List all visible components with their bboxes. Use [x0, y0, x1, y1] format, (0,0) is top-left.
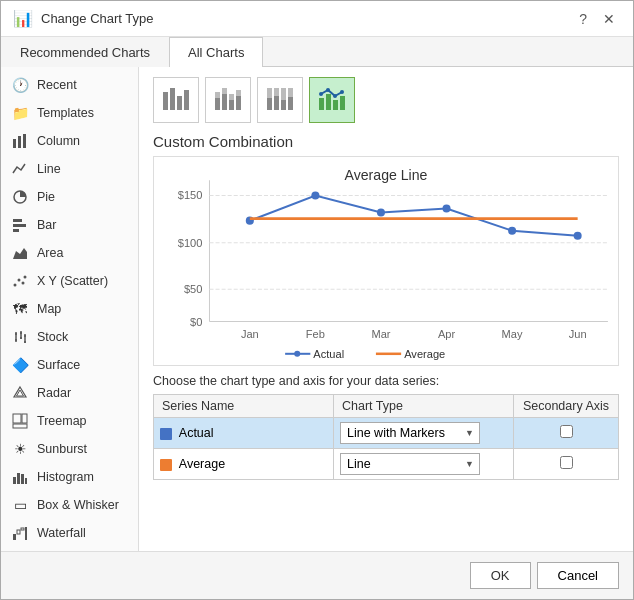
svg-point-85 [508, 227, 516, 235]
help-button[interactable]: ? [573, 10, 593, 28]
series-table: Series Name Chart Type Secondary Axis Ac… [153, 394, 619, 480]
sidebar-item-boxwhisker[interactable]: ▭ Box & Whisker [1, 491, 138, 519]
chart-type-average-select[interactable]: Line Line with Markers Column Bar Area [340, 453, 480, 475]
chart-type-actual-wrapper: Line Line with Markers Column Bar Area [340, 422, 480, 444]
svg-rect-48 [236, 90, 241, 96]
svg-rect-58 [326, 94, 331, 110]
svg-text:Feb: Feb [306, 328, 325, 340]
svg-rect-41 [215, 98, 220, 110]
svg-rect-26 [13, 477, 16, 484]
chart-type-actual-select[interactable]: Line Line with Markers Column Bar Area [340, 422, 480, 444]
series-name-average: Average [154, 449, 334, 480]
svg-rect-28 [21, 474, 24, 484]
stock-icon [11, 328, 29, 346]
svg-rect-54 [274, 88, 279, 96]
svg-rect-55 [281, 88, 286, 100]
sidebar-item-line[interactable]: Line [1, 155, 138, 183]
svg-rect-6 [13, 229, 19, 232]
th-chart-type: Chart Type [334, 395, 514, 418]
svg-text:$150: $150 [178, 189, 203, 201]
svg-point-86 [574, 232, 582, 240]
svg-point-61 [319, 92, 323, 96]
sidebar-item-pie[interactable]: Pie [1, 183, 138, 211]
svg-rect-0 [13, 139, 16, 148]
secondary-axis-actual-cell [514, 418, 619, 449]
ok-button[interactable]: OK [470, 562, 531, 589]
sidebar-item-treemap[interactable]: Treemap [1, 407, 138, 435]
sidebar-item-radar[interactable]: Radar [1, 379, 138, 407]
svg-text:Actual: Actual [313, 348, 344, 360]
svg-text:Jan: Jan [241, 328, 259, 340]
svg-point-82 [311, 191, 319, 199]
recent-icon: 🕐 [11, 76, 29, 94]
svg-rect-29 [25, 478, 27, 484]
chart-type-average-wrapper: Line Line with Markers Column Bar Area [340, 453, 480, 475]
svg-rect-59 [333, 100, 338, 110]
svg-point-84 [442, 205, 450, 213]
chart-type-average-cell: Line Line with Markers Column Bar Area [334, 449, 514, 480]
svg-rect-47 [236, 96, 241, 110]
sidebar-item-waterfall[interactable]: Waterfall [1, 519, 138, 547]
svg-point-9 [18, 279, 21, 282]
svg-rect-37 [163, 92, 168, 110]
svg-point-8 [14, 284, 17, 287]
map-icon: 🗺 [11, 300, 29, 318]
sidebar-item-stock[interactable]: Stock [1, 323, 138, 351]
sidebar: 🕐 Recent 📁 Templates Column Line [1, 67, 139, 551]
sidebar-item-recent[interactable]: 🕐 Recent [1, 71, 138, 99]
svg-text:$50: $50 [184, 283, 202, 295]
sidebar-item-column[interactable]: Column [1, 127, 138, 155]
sidebar-item-map[interactable]: 🗺 Map [1, 295, 138, 323]
boxwhisker-icon: ▭ [11, 496, 29, 514]
sidebar-item-templates[interactable]: 📁 Templates [1, 99, 138, 127]
svg-rect-33 [25, 527, 27, 540]
secondary-axis-average-checkbox[interactable] [560, 456, 573, 469]
sidebar-item-bar[interactable]: Bar [1, 211, 138, 239]
chart-icon-100pct-bar[interactable] [257, 77, 303, 123]
svg-rect-43 [222, 94, 227, 110]
chart-icon-combo-selected[interactable] [309, 77, 355, 123]
sidebar-item-sunburst[interactable]: ☀ Sunburst [1, 435, 138, 463]
svg-text:Jun: Jun [569, 328, 587, 340]
templates-icon: 📁 [11, 104, 29, 122]
svg-rect-57 [319, 98, 324, 110]
average-color-dot [160, 459, 172, 471]
title-bar-left: 📊 Change Chart Type [13, 9, 154, 28]
actual-color-dot [160, 428, 172, 440]
sidebar-item-area[interactable]: Area [1, 239, 138, 267]
svg-rect-32 [21, 528, 24, 530]
cancel-button[interactable]: Cancel [537, 562, 619, 589]
th-secondary-axis: Secondary Axis [514, 395, 619, 418]
title-bar: 📊 Change Chart Type ? ✕ [1, 1, 633, 37]
svg-point-62 [326, 88, 330, 92]
svg-rect-5 [13, 224, 26, 227]
svg-rect-4 [13, 219, 22, 222]
tab-all-charts[interactable]: All Charts [169, 37, 263, 67]
preview-area: Average Line $150 $100 $50 $0 [153, 156, 619, 366]
svg-text:Apr: Apr [438, 328, 456, 340]
pie-icon [11, 188, 29, 206]
svg-point-83 [377, 209, 385, 217]
svg-rect-44 [222, 88, 227, 94]
svg-rect-45 [229, 100, 234, 110]
svg-rect-24 [22, 414, 27, 423]
secondary-axis-actual-checkbox[interactable] [560, 425, 573, 438]
svg-point-10 [22, 282, 25, 285]
chart-icon-stacked-bar[interactable] [205, 77, 251, 123]
change-chart-type-dialog: 📊 Change Chart Type ? ✕ Recommended Char… [0, 0, 634, 600]
secondary-axis-average-cell [514, 449, 619, 480]
sidebar-item-surface[interactable]: 🔷 Surface [1, 351, 138, 379]
sidebar-item-histogram[interactable]: Histogram [1, 463, 138, 491]
th-series-name: Series Name [154, 395, 334, 418]
tab-recommended[interactable]: Recommended Charts [1, 37, 169, 67]
sidebar-item-scatter[interactable]: X Y (Scatter) [1, 267, 138, 295]
svg-rect-60 [340, 96, 345, 110]
svg-rect-2 [23, 134, 26, 148]
svg-rect-23 [13, 414, 21, 423]
histogram-icon [11, 468, 29, 486]
svg-text:$0: $0 [190, 316, 202, 328]
radar-icon [11, 384, 29, 402]
content-area: 🕐 Recent 📁 Templates Column Line [1, 67, 633, 551]
chart-icon-bar[interactable] [153, 77, 199, 123]
close-button[interactable]: ✕ [597, 10, 621, 28]
